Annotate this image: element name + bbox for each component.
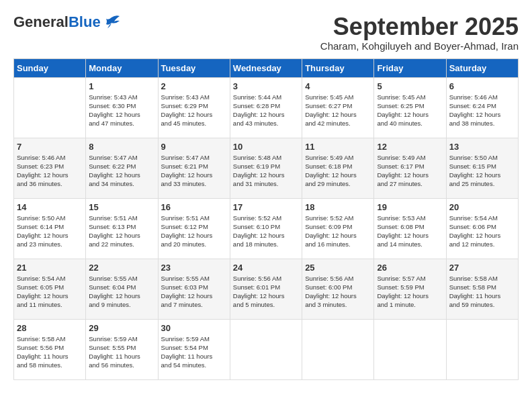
calendar-cell: 23Sunrise: 5:55 AM Sunset: 6:03 PM Dayli… [158, 259, 230, 319]
day-info: Sunrise: 5:48 AM Sunset: 6:19 PM Dayligh… [233, 153, 299, 189]
calendar-cell: 13Sunrise: 5:50 AM Sunset: 6:15 PM Dayli… [446, 138, 518, 198]
day-number: 23 [161, 263, 227, 273]
day-info: Sunrise: 5:55 AM Sunset: 6:04 PM Dayligh… [89, 274, 154, 310]
calendar-cell: 20Sunrise: 5:54 AM Sunset: 6:06 PM Dayli… [446, 198, 518, 259]
calendar-cell: 12Sunrise: 5:49 AM Sunset: 6:17 PM Dayli… [374, 138, 446, 198]
day-number: 12 [377, 142, 443, 152]
day-info: Sunrise: 5:54 AM Sunset: 6:06 PM Dayligh… [449, 214, 515, 249]
logo: GeneralBlue [13, 13, 121, 31]
day-info: Sunrise: 5:58 AM Sunset: 5:58 PM Dayligh… [449, 274, 515, 310]
calendar-table: SundayMondayTuesdayWednesdayThursdayFrid… [13, 58, 519, 380]
calendar-cell [302, 319, 374, 379]
subtitle: Charam, Kohgiluyeh and Boyer-Ahmad, Iran [320, 40, 519, 52]
day-info: Sunrise: 5:50 AM Sunset: 6:15 PM Dayligh… [449, 153, 515, 189]
calendar-cell: 14Sunrise: 5:50 AM Sunset: 6:14 PM Dayli… [14, 198, 86, 259]
day-number: 5 [377, 81, 443, 91]
day-info: Sunrise: 5:57 AM Sunset: 5:59 PM Dayligh… [377, 274, 443, 310]
day-info: Sunrise: 5:49 AM Sunset: 6:17 PM Dayligh… [377, 153, 443, 189]
day-number: 6 [449, 81, 515, 91]
calendar-cell: 8Sunrise: 5:47 AM Sunset: 6:22 PM Daylig… [86, 138, 158, 198]
calendar-cell: 24Sunrise: 5:56 AM Sunset: 6:01 PM Dayli… [230, 259, 302, 319]
calendar-cell: 16Sunrise: 5:51 AM Sunset: 6:12 PM Dayli… [158, 198, 230, 259]
day-info: Sunrise: 5:51 AM Sunset: 6:12 PM Dayligh… [161, 214, 227, 249]
day-info: Sunrise: 5:52 AM Sunset: 6:09 PM Dayligh… [305, 214, 371, 249]
day-number: 14 [17, 202, 83, 212]
day-number: 22 [89, 263, 154, 273]
month-title: September 2025 [320, 13, 519, 40]
weekday-header-monday: Monday [86, 58, 158, 77]
calendar-cell: 27Sunrise: 5:58 AM Sunset: 5:58 PM Dayli… [446, 259, 518, 319]
day-info: Sunrise: 5:51 AM Sunset: 6:13 PM Dayligh… [89, 214, 154, 249]
calendar-cell [230, 319, 302, 379]
calendar-cell [374, 319, 446, 379]
day-number: 19 [377, 202, 443, 212]
day-info: Sunrise: 5:59 AM Sunset: 5:55 PM Dayligh… [89, 334, 154, 370]
day-info: Sunrise: 5:43 AM Sunset: 6:30 PM Dayligh… [89, 93, 154, 128]
calendar-cell: 11Sunrise: 5:49 AM Sunset: 6:18 PM Dayli… [302, 138, 374, 198]
day-number: 21 [17, 263, 83, 273]
day-number: 11 [305, 142, 371, 152]
logo-text: GeneralBlue [13, 13, 101, 31]
day-number: 17 [233, 202, 299, 212]
day-number: 27 [449, 263, 515, 273]
day-info: Sunrise: 5:56 AM Sunset: 6:01 PM Dayligh… [233, 274, 299, 310]
day-number: 18 [305, 202, 371, 212]
title-area: September 2025 Charam, Kohgiluyeh and Bo… [320, 13, 519, 52]
calendar-cell: 9Sunrise: 5:47 AM Sunset: 6:21 PM Daylig… [158, 138, 230, 198]
day-info: Sunrise: 5:43 AM Sunset: 6:29 PM Dayligh… [161, 93, 227, 128]
day-number: 24 [233, 263, 299, 273]
calendar-cell: 21Sunrise: 5:54 AM Sunset: 6:05 PM Dayli… [14, 259, 86, 319]
day-info: Sunrise: 5:50 AM Sunset: 6:14 PM Dayligh… [17, 214, 83, 249]
calendar-cell: 1Sunrise: 5:43 AM Sunset: 6:30 PM Daylig… [86, 77, 158, 138]
calendar-cell: 25Sunrise: 5:56 AM Sunset: 6:00 PM Dayli… [302, 259, 374, 319]
page-header: GeneralBlue September 2025 Charam, Kohgi… [13, 13, 519, 52]
day-info: Sunrise: 5:55 AM Sunset: 6:03 PM Dayligh… [161, 274, 227, 310]
day-number: 20 [449, 202, 515, 212]
day-info: Sunrise: 5:46 AM Sunset: 6:24 PM Dayligh… [449, 93, 515, 128]
day-info: Sunrise: 5:54 AM Sunset: 6:05 PM Dayligh… [17, 274, 83, 310]
day-info: Sunrise: 5:47 AM Sunset: 6:22 PM Dayligh… [89, 153, 154, 189]
day-info: Sunrise: 5:52 AM Sunset: 6:10 PM Dayligh… [233, 214, 299, 249]
calendar-cell: 3Sunrise: 5:44 AM Sunset: 6:28 PM Daylig… [230, 77, 302, 138]
day-info: Sunrise: 5:59 AM Sunset: 5:54 PM Dayligh… [161, 334, 227, 370]
day-number: 3 [233, 81, 299, 91]
calendar-cell: 6Sunrise: 5:46 AM Sunset: 6:24 PM Daylig… [446, 77, 518, 138]
week-row-5: 28Sunrise: 5:58 AM Sunset: 5:56 PM Dayli… [14, 319, 519, 379]
day-number: 28 [17, 323, 83, 333]
day-info: Sunrise: 5:45 AM Sunset: 6:25 PM Dayligh… [377, 93, 443, 128]
day-number: 15 [89, 202, 154, 212]
day-number: 7 [17, 142, 83, 152]
weekday-header-row: SundayMondayTuesdayWednesdayThursdayFrid… [14, 58, 519, 77]
week-row-1: 1Sunrise: 5:43 AM Sunset: 6:30 PM Daylig… [14, 77, 519, 138]
day-number: 9 [161, 142, 227, 152]
day-number: 8 [89, 142, 154, 152]
weekday-header-friday: Friday [374, 58, 446, 77]
weekday-header-saturday: Saturday [446, 58, 518, 77]
day-number: 16 [161, 202, 227, 212]
week-row-4: 21Sunrise: 5:54 AM Sunset: 6:05 PM Dayli… [14, 259, 519, 319]
calendar-cell: 7Sunrise: 5:46 AM Sunset: 6:23 PM Daylig… [14, 138, 86, 198]
weekday-header-thursday: Thursday [302, 58, 374, 77]
calendar-cell: 17Sunrise: 5:52 AM Sunset: 6:10 PM Dayli… [230, 198, 302, 259]
day-info: Sunrise: 5:44 AM Sunset: 6:28 PM Dayligh… [233, 93, 299, 128]
calendar-cell: 29Sunrise: 5:59 AM Sunset: 5:55 PM Dayli… [86, 319, 158, 379]
day-info: Sunrise: 5:47 AM Sunset: 6:21 PM Dayligh… [161, 153, 227, 189]
week-row-3: 14Sunrise: 5:50 AM Sunset: 6:14 PM Dayli… [14, 198, 519, 259]
day-info: Sunrise: 5:56 AM Sunset: 6:00 PM Dayligh… [305, 274, 371, 310]
day-info: Sunrise: 5:53 AM Sunset: 6:08 PM Dayligh… [377, 214, 443, 249]
day-number: 13 [449, 142, 515, 152]
day-number: 30 [161, 323, 227, 333]
calendar-cell [446, 319, 518, 379]
calendar-cell: 18Sunrise: 5:52 AM Sunset: 6:09 PM Dayli… [302, 198, 374, 259]
calendar-cell: 4Sunrise: 5:45 AM Sunset: 6:27 PM Daylig… [302, 77, 374, 138]
day-number: 29 [89, 323, 154, 333]
day-number: 2 [161, 81, 227, 91]
calendar-cell: 5Sunrise: 5:45 AM Sunset: 6:25 PM Daylig… [374, 77, 446, 138]
calendar-cell: 2Sunrise: 5:43 AM Sunset: 6:29 PM Daylig… [158, 77, 230, 138]
day-info: Sunrise: 5:45 AM Sunset: 6:27 PM Dayligh… [305, 93, 371, 128]
week-row-2: 7Sunrise: 5:46 AM Sunset: 6:23 PM Daylig… [14, 138, 519, 198]
calendar-cell: 26Sunrise: 5:57 AM Sunset: 5:59 PM Dayli… [374, 259, 446, 319]
logo-bird-icon [102, 15, 121, 30]
calendar-cell: 19Sunrise: 5:53 AM Sunset: 6:08 PM Dayli… [374, 198, 446, 259]
calendar-cell: 28Sunrise: 5:58 AM Sunset: 5:56 PM Dayli… [14, 319, 86, 379]
